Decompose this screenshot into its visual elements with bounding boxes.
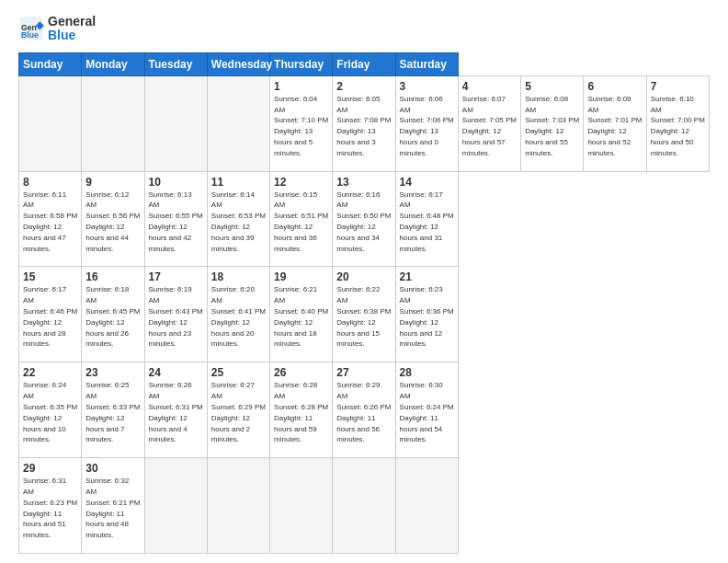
day-number: 6	[587, 80, 642, 93]
calendar-cell: 6Sunrise: 6:09 AMSunset: 7:01 PMDaylight…	[584, 75, 646, 171]
day-detail: Sunrise: 6:12 AMSunset: 6:56 PMDaylight:…	[85, 190, 140, 253]
day-number: 25	[211, 366, 266, 379]
calendar-cell: 14Sunrise: 6:17 AMSunset: 6:48 PMDayligh…	[395, 171, 458, 267]
calendar-cell: 22Sunrise: 6:24 AMSunset: 6:35 PMDayligh…	[19, 362, 82, 458]
logo: Gen Blue General Blue	[18, 15, 96, 43]
calendar-cell: 7Sunrise: 6:10 AMSunset: 7:00 PMDaylight…	[646, 75, 709, 171]
day-number: 24	[149, 366, 203, 379]
day-number: 3	[400, 80, 454, 93]
day-detail: Sunrise: 6:27 AMSunset: 6:29 PMDaylight:…	[211, 381, 266, 443]
day-detail: Sunrise: 6:17 AMSunset: 6:46 PMDaylight:…	[23, 285, 77, 348]
calendar-cell: 25Sunrise: 6:27 AMSunset: 6:29 PMDayligh…	[207, 362, 269, 458]
day-detail: Sunrise: 6:13 AMSunset: 6:55 PMDaylight:…	[149, 190, 203, 253]
calendar-cell: 2Sunrise: 6:05 AMSunset: 7:08 PMDaylight…	[333, 75, 395, 171]
svg-text:Blue: Blue	[21, 31, 39, 40]
day-number: 21	[400, 270, 454, 283]
day-number: 22	[23, 366, 77, 379]
calendar-cell	[19, 75, 82, 171]
day-detail: Sunrise: 6:08 AMSunset: 7:03 PMDaylight:…	[525, 95, 579, 157]
calendar-cell: 23Sunrise: 6:25 AMSunset: 6:33 PMDayligh…	[82, 362, 144, 458]
day-detail: Sunrise: 6:14 AMSunset: 6:53 PMDaylight:…	[211, 190, 266, 253]
day-detail: Sunrise: 6:17 AMSunset: 6:48 PMDaylight:…	[400, 190, 454, 253]
day-detail: Sunrise: 6:24 AMSunset: 6:35 PMDaylight:…	[23, 381, 77, 443]
day-detail: Sunrise: 6:07 AMSunset: 7:05 PMDaylight:…	[462, 95, 517, 157]
calendar-cell: 28Sunrise: 6:30 AMSunset: 6:24 PMDayligh…	[395, 362, 458, 458]
calendar-cell: 30Sunrise: 6:32 AMSunset: 6:21 PMDayligh…	[82, 458, 144, 554]
day-detail: Sunrise: 6:22 AMSunset: 6:38 PMDaylight:…	[336, 285, 391, 348]
day-detail: Sunrise: 6:21 AMSunset: 6:40 PMDaylight:…	[274, 285, 328, 348]
day-detail: Sunrise: 6:25 AMSunset: 6:33 PMDaylight:…	[85, 381, 140, 443]
day-number: 14	[400, 176, 454, 189]
day-detail: Sunrise: 6:31 AMSunset: 6:23 PMDaylight:…	[23, 477, 77, 539]
day-detail: Sunrise: 6:23 AMSunset: 6:36 PMDaylight:…	[400, 285, 454, 348]
day-number: 4	[462, 80, 517, 93]
day-number: 27	[336, 366, 391, 379]
day-number: 2	[336, 80, 391, 93]
calendar-cell: 11Sunrise: 6:14 AMSunset: 6:53 PMDayligh…	[207, 171, 269, 267]
calendar-cell	[207, 75, 269, 171]
day-number: 15	[23, 270, 77, 283]
weekday-header-saturday: Saturday	[395, 52, 458, 75]
day-number: 16	[85, 270, 140, 283]
weekday-header-thursday: Thursday	[270, 52, 333, 75]
day-detail: Sunrise: 6:30 AMSunset: 6:24 PMDaylight:…	[400, 381, 454, 443]
logo-icon: Gen Blue	[18, 16, 44, 41]
logo-text-general: General	[48, 15, 96, 29]
calendar: SundayMondayTuesdayWednesdayThursdayFrid…	[18, 52, 710, 554]
weekday-header-sunday: Sunday	[19, 52, 82, 75]
calendar-cell: 18Sunrise: 6:20 AMSunset: 6:41 PMDayligh…	[207, 267, 269, 362]
day-number: 20	[336, 270, 391, 283]
calendar-cell: 26Sunrise: 6:28 AMSunset: 6:28 PMDayligh…	[270, 362, 333, 458]
calendar-cell: 5Sunrise: 6:08 AMSunset: 7:03 PMDaylight…	[521, 75, 584, 171]
logo-text-blue: Blue	[48, 29, 96, 42]
day-number: 17	[149, 270, 203, 283]
calendar-cell: 29Sunrise: 6:31 AMSunset: 6:23 PMDayligh…	[19, 458, 82, 554]
day-number: 8	[23, 176, 77, 189]
day-detail: Sunrise: 6:32 AMSunset: 6:21 PMDaylight:…	[85, 477, 140, 539]
calendar-cell	[333, 458, 395, 554]
day-number: 12	[274, 176, 328, 189]
weekday-header-monday: Monday	[82, 52, 144, 75]
day-detail: Sunrise: 6:26 AMSunset: 6:31 PMDaylight:…	[149, 381, 203, 443]
day-number: 19	[274, 270, 328, 283]
weekday-header-wednesday: Wednesday	[207, 52, 269, 75]
day-number: 18	[211, 270, 266, 283]
calendar-cell	[144, 75, 207, 171]
day-number: 30	[85, 462, 140, 475]
day-number: 1	[274, 80, 328, 93]
calendar-cell: 16Sunrise: 6:18 AMSunset: 6:45 PMDayligh…	[82, 267, 144, 362]
day-number: 9	[85, 176, 140, 189]
calendar-cell	[395, 458, 458, 554]
day-detail: Sunrise: 6:15 AMSunset: 6:51 PMDaylight:…	[274, 190, 328, 253]
day-number: 26	[274, 366, 328, 379]
day-detail: Sunrise: 6:04 AMSunset: 7:10 PMDaylight:…	[274, 95, 328, 157]
calendar-cell: 15Sunrise: 6:17 AMSunset: 6:46 PMDayligh…	[19, 267, 82, 362]
calendar-cell: 12Sunrise: 6:15 AMSunset: 6:51 PMDayligh…	[270, 171, 333, 267]
day-detail: Sunrise: 6:10 AMSunset: 7:00 PMDaylight:…	[651, 95, 705, 157]
day-detail: Sunrise: 6:18 AMSunset: 6:45 PMDaylight:…	[85, 285, 140, 348]
calendar-cell: 4Sunrise: 6:07 AMSunset: 7:05 PMDaylight…	[458, 75, 520, 171]
weekday-header-tuesday: Tuesday	[144, 52, 207, 75]
day-number: 28	[400, 366, 454, 379]
weekday-header-friday: Friday	[333, 52, 395, 75]
day-number: 7	[651, 80, 705, 93]
day-detail: Sunrise: 6:05 AMSunset: 7:08 PMDaylight:…	[336, 95, 391, 157]
day-detail: Sunrise: 6:28 AMSunset: 6:28 PMDaylight:…	[274, 381, 328, 443]
calendar-cell: 3Sunrise: 6:06 AMSunset: 7:06 PMDaylight…	[395, 75, 458, 171]
calendar-cell: 19Sunrise: 6:21 AMSunset: 6:40 PMDayligh…	[270, 267, 333, 362]
day-detail: Sunrise: 6:09 AMSunset: 7:01 PMDaylight:…	[587, 95, 642, 157]
calendar-cell: 1Sunrise: 6:04 AMSunset: 7:10 PMDaylight…	[270, 75, 333, 171]
day-number: 10	[149, 176, 203, 189]
day-number: 13	[336, 176, 391, 189]
calendar-cell	[207, 458, 269, 554]
calendar-cell: 13Sunrise: 6:16 AMSunset: 6:50 PMDayligh…	[333, 171, 395, 267]
day-number: 5	[525, 80, 579, 93]
calendar-cell: 21Sunrise: 6:23 AMSunset: 6:36 PMDayligh…	[395, 267, 458, 362]
day-detail: Sunrise: 6:29 AMSunset: 6:26 PMDaylight:…	[336, 381, 391, 443]
day-detail: Sunrise: 6:11 AMSunset: 6:58 PMDaylight:…	[23, 190, 77, 253]
day-detail: Sunrise: 6:20 AMSunset: 6:41 PMDaylight:…	[211, 285, 266, 348]
calendar-cell	[270, 458, 333, 554]
calendar-cell: 9Sunrise: 6:12 AMSunset: 6:56 PMDaylight…	[82, 171, 144, 267]
calendar-cell: 27Sunrise: 6:29 AMSunset: 6:26 PMDayligh…	[333, 362, 395, 458]
day-number: 23	[85, 366, 140, 379]
